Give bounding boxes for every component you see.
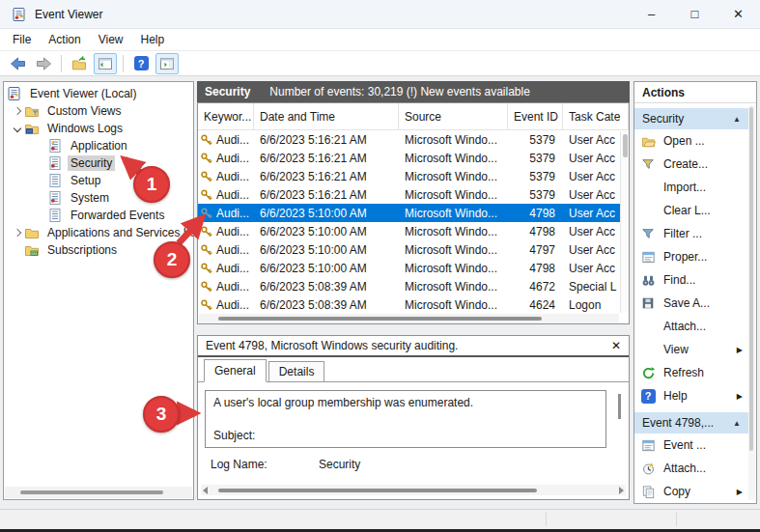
event-row-selected[interactable]: Audi... 6/6/2023 5:10:00 AM Microsoft Wi… [198,204,629,222]
audit-success-key-icon [200,207,213,220]
details-vertical-scrollbar[interactable] [618,394,621,419]
tree-item-application[interactable]: Application [4,137,193,154]
scroll-left-icon[interactable] [203,487,208,494]
status-bar [0,509,760,529]
properties-icon [640,249,656,265]
column-header-date-time[interactable]: Date and Time [254,103,399,129]
menu-file[interactable]: File [4,29,40,50]
event-row[interactable]: Audi... 6/6/2023 5:16:21 AM Microsoft Wi… [198,149,629,167]
details-title: Event 4798, Microsoft Windows security a… [206,339,458,352]
action-properties[interactable]: Proper... [634,245,748,268]
toolbar-separator [61,55,62,72]
tree-item-windows-logs[interactable]: Windows Logs [4,120,193,137]
action-attach-task-to-event[interactable]: Attach... [634,457,748,480]
menu-view[interactable]: View [90,29,132,50]
action-view[interactable]: View ▶ [634,338,748,361]
scrollbar-thumb[interactable] [218,317,542,321]
tree-item-forwarded-events[interactable]: Forwarded Events [4,207,193,224]
column-header-event-id[interactable]: Event ID [508,103,563,129]
expand-chevron-icon[interactable] [11,108,24,114]
tree-item-event-viewer-local[interactable]: Event Viewer (Local) [4,85,193,102]
action-clear-log[interactable]: Clear L... [634,199,748,222]
table-header-row: Keywor... Date and Time Source Event ID … [198,103,629,130]
event-row[interactable]: Audi... 6/6/2023 5:10:00 AM Microsoft Wi… [198,240,629,259]
close-button[interactable]: ✕ [717,0,760,28]
menu-help[interactable]: Help [132,29,174,50]
details-content: A user's local group membership was enum… [198,382,629,497]
folder-icon [24,225,40,240]
save-icon [640,295,656,311]
action-refresh[interactable]: Refresh [634,361,748,384]
events-horizontal-scrollbar[interactable] [199,314,619,323]
task-clock-icon [640,461,656,476]
toggle-action-pane-button[interactable] [155,53,179,74]
actions-section-security[interactable]: Security ▲ [634,108,748,129]
tree-item-applications-services-logs[interactable]: Applications and Services Lo [4,224,193,241]
maximize-button[interactable]: □ [673,0,717,28]
toggle-console-tree-button[interactable] [94,53,117,74]
subscriptions-icon [24,242,40,258]
event-log-icon [47,155,63,171]
tree-item-security[interactable]: Security [4,154,193,172]
tree-item-security-label: Security [68,155,115,171]
action-filter-current-log[interactable]: Filter ... [634,222,748,245]
action-attach-task-to-log[interactable]: Attach... [634,315,748,338]
menu-bar: File Action View Help [0,29,760,51]
details-tab-strip: General Details [198,357,629,382]
collapse-chevron-icon[interactable] [11,126,24,131]
actions-vertical-scrollbar[interactable] [748,105,755,500]
main-area: Event Viewer (Local) Custom Views Window… [0,76,760,509]
column-header-task-category[interactable]: Task Cate [563,103,629,129]
menu-action[interactable]: Action [40,29,89,50]
action-help[interactable]: ? Help ▶ [634,384,748,407]
windows-logs-folder-icon [24,121,40,136]
tree-horizontal-scrollbar[interactable] [5,487,192,498]
properties-icon [640,437,656,453]
event-viewer-window: Event Viewer – □ ✕ File Action View Help… [0,0,760,532]
details-horizontal-scrollbar[interactable] [201,485,626,495]
scrollbar-thumb[interactable] [20,490,163,494]
event-description-box: A user's local group membership was enum… [205,390,606,448]
event-row[interactable]: Audi... 6/6/2023 5:08:39 AM Microsoft Wi… [198,277,629,295]
scrollbar-thumb[interactable] [749,107,753,451]
export-button[interactable] [68,53,91,74]
scrollbar-thumb[interactable] [623,134,628,157]
submenu-arrow-icon: ▶ [737,392,743,401]
audit-success-key-icon [200,280,213,294]
folder-open-icon [640,133,656,149]
event-row[interactable]: Audi... 6/6/2023 5:10:00 AM Microsoft Wi… [198,259,629,277]
column-header-source[interactable]: Source [399,103,508,129]
event-row[interactable]: Audi... 6/6/2023 5:16:21 AM Microsoft Wi… [198,167,629,185]
forward-button[interactable] [32,53,55,74]
action-copy[interactable]: Copy ▶ [634,480,748,503]
action-event-properties[interactable]: Event ... [634,434,748,457]
back-arrow-icon [10,57,26,70]
action-open-saved-log[interactable]: Open ... [634,129,748,153]
minimize-button[interactable]: – [630,0,673,28]
expand-chevron-icon[interactable] [11,230,24,236]
actions-section-event-4798[interactable]: Event 4798,... ▲ [634,412,748,434]
close-icon[interactable]: ✕ [611,339,621,352]
tab-general[interactable]: General [204,359,267,382]
scroll-right-icon[interactable] [619,487,624,494]
action-import-custom-view[interactable]: Import... [634,176,748,199]
scrollbar-thumb[interactable] [218,489,537,492]
action-create-custom-view[interactable]: Create... [634,153,748,176]
toolbar-separator [123,55,124,72]
tree-item-custom-views[interactable]: Custom Views [4,102,193,120]
action-find[interactable]: Find... [634,268,748,292]
event-row[interactable]: Audi... 6/6/2023 5:16:21 AM Microsoft Wi… [198,130,629,149]
event-row[interactable]: Audi... 6/6/2023 5:16:21 AM Microsoft Wi… [198,185,629,204]
event-row[interactable]: Audi... 6/6/2023 5:10:00 AM Microsoft Wi… [198,222,629,240]
action-save-all-events-as[interactable]: Save A... [634,292,748,315]
help-button[interactable]: ? [129,53,153,74]
subject-label: Subject: [213,429,255,442]
events-table: Keywor... Date and Time Source Event ID … [197,102,630,324]
annotation-circle-1: 1 [133,166,170,203]
audit-success-key-icon [200,188,213,202]
column-header-keywords[interactable]: Keywor... [198,103,254,129]
back-button[interactable] [6,53,29,74]
events-vertical-scrollbar[interactable] [620,131,629,313]
event-row[interactable]: Audi... 6/6/2023 5:08:39 AM Microsoft Wi… [198,295,629,314]
tab-details[interactable]: Details [268,361,325,381]
